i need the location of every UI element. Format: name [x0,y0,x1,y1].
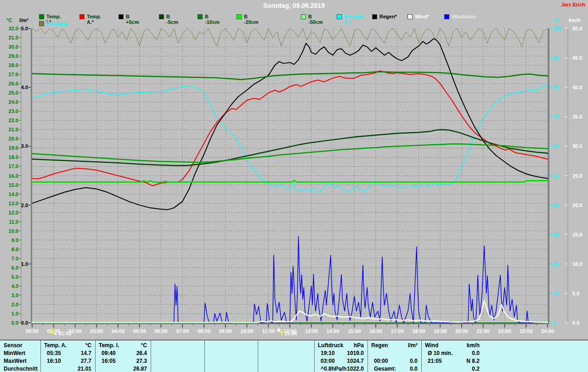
celsius-tick-label: 6.0 [11,265,18,271]
humidity-tick-label: 90 [553,55,559,61]
time-tick-label: 19:00 [434,328,447,334]
time-tick-label: 09:00 [219,328,232,334]
stat-value: N 8.2 [425,357,480,365]
celsius-tick-label: 31.0 [9,35,18,40]
wind-tick-label: 25.0 [572,173,582,179]
celsius-tick-label: 32.0 [9,26,18,31]
celsius-tick-label: 30.0 [9,44,18,50]
time-tick-label: 06:00 [154,328,167,334]
table-column-separator [314,340,315,372]
stat-value: 27.3 [99,357,147,365]
humidity-tick-label: 40 [553,203,559,208]
stat-value: 26.4 [99,349,147,357]
time-tick-label: 15:00 [348,328,361,334]
stat-value: 26.87 [99,365,147,372]
celsius-tick-label: 12.0 [9,210,18,215]
stat-value: 21.01 [44,365,91,372]
time-tick-label: 05:00 [133,328,146,334]
table-column-separator [421,340,422,372]
celsius-tick-label: 26.0 [9,81,18,86]
rain-tick-label: 1.0 [21,261,28,267]
celsius-tick-label: 2.0 [11,302,18,307]
time-tick-label: 04:00 [112,328,124,334]
marker-sun-icon [277,329,280,332]
stat-row-label: MaxWert [4,357,38,365]
celsius-tick-label: 22.0 [9,118,18,123]
wind-tick-label: 5.0 [572,291,579,296]
celsius-tick-label: 20.0 [9,136,18,141]
time-tick-label: 11:00 [262,328,275,334]
wind-tick-label: 15.0 [572,232,582,237]
celsius-tick-label: 27.0 [9,72,18,77]
stat-row-label: Sensor [4,342,38,349]
time-tick-label: 16:00 [369,328,382,334]
stat-value: 0.0 [425,349,480,357]
time-tick-label: 21:00 [477,328,490,334]
celsius-tick-label: 25.0 [9,90,18,96]
humidity-tick-label: 0 [553,320,556,326]
stat-col-unit: hPa [318,342,364,349]
celsius-tick-label: 18.0 [9,154,18,160]
time-marker-label: 01:03 [58,331,71,336]
stat-value: 0.0 [371,365,418,372]
celsius-tick-label: 13.0 [9,201,18,206]
humidity-tick-label: 70 [553,114,559,119]
celsius-tick-label: 28.0 [9,62,18,68]
table-column-separator [204,340,205,372]
stat-col-unit: °C [99,342,147,349]
stat-value: 1019.0 [318,349,364,357]
celsius-tick-label: 10.0 [9,228,18,234]
time-tick-label: 24:00 [541,328,554,334]
time-marker-label: 11:34 [284,331,297,336]
celsius-tick-label: 11.0 [9,219,18,225]
humidity-tick-label: 60 [553,143,559,149]
stat-col-unit: km/h [425,342,480,349]
time-tick-label: 20:00 [455,328,468,334]
celsius-tick-label: 8.0 [11,247,18,252]
celsius-tick-label: 19.0 [9,145,18,151]
celsius-tick-label: 7.0 [11,256,18,261]
table-column-separator [151,340,151,372]
wind-tick-label: 0.0 [572,320,579,326]
celsius-tick-label: 5.0 [11,274,18,280]
wind-tick-label: 35.0 [572,114,582,119]
stat-value: 1022.0 [318,365,364,372]
weather-chart: 0.01.02.03.04.05.06.07.08.09.010.011.012… [0,0,588,340]
table-column-separator [95,340,96,372]
stat-value: 0.0 [371,357,418,365]
rain-tick-label: 4.0 [21,85,28,90]
stat-row-label: Durchschnitt [4,365,38,372]
stat-col-unit: °C [44,342,91,349]
time-tick-label: 23:00 [520,328,532,334]
wind-tick-label: 10.0 [572,261,582,267]
time-tick-label: 14:00 [326,328,339,334]
stat-col-unit: l/m² [371,342,418,349]
stat-value: 14.7 [44,349,91,357]
rain-tick-label: 0.0 [21,320,28,326]
humidity-tick-label: 20 [553,261,559,267]
wind-tick-label: 40.0 [572,85,582,90]
celsius-tick-label: 4.0 [11,283,18,289]
celsius-tick-label: 0.0 [11,320,18,326]
table-column-separator [40,340,41,372]
stat-value: 0.2 [425,365,480,372]
table-column-separator [368,340,368,372]
stat-value: 27.7 [44,357,91,365]
time-marker [277,329,283,336]
wind-tick-label: 30.0 [572,143,582,149]
time-tick-label: 17:00 [391,328,404,334]
wind-tick-label: 50.0 [572,26,582,31]
rain-tick-label: 3.0 [21,143,28,149]
plot-border-left [31,28,32,324]
wind-tick-label: 20.0 [572,203,582,208]
celsius-tick-label: 15.0 [9,182,18,188]
table-column-separator [258,340,258,372]
time-tick-label: 18:00 [412,328,425,334]
celsius-tick-label: 23.0 [9,108,18,114]
celsius-tick-label: 16.0 [9,173,18,179]
time-tick-label: 00:00 [26,328,39,334]
celsius-tick-label: 14.0 [9,192,18,197]
time-tick-label: 13:00 [305,328,318,334]
time-tick-label: 08:00 [198,328,210,334]
celsius-tick-label: 17.0 [9,163,18,169]
